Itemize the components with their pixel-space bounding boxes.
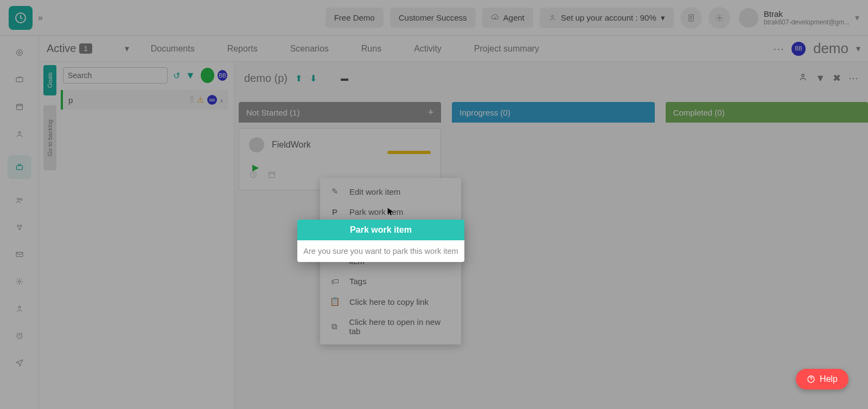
cursor-icon bbox=[386, 207, 395, 218]
modal-backdrop[interactable] bbox=[0, 0, 868, 409]
help-label: Help bbox=[820, 374, 838, 384]
help-icon bbox=[807, 375, 815, 384]
help-button[interactable]: Help bbox=[796, 369, 848, 389]
modal-body: Are you sure you want to park this work … bbox=[297, 240, 464, 262]
modal-title: Park work item bbox=[297, 220, 464, 240]
park-modal: Park work item Are you sure you want to … bbox=[297, 220, 464, 262]
